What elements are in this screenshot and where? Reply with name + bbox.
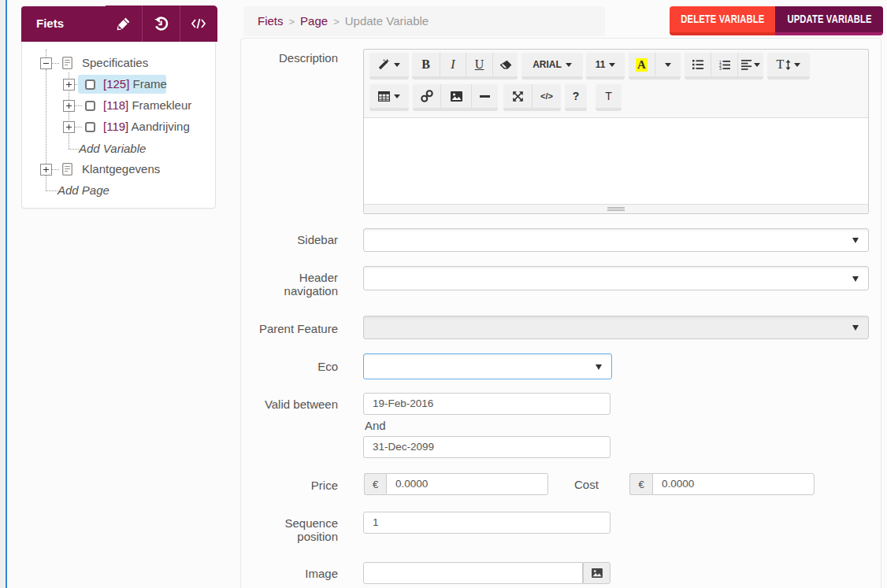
svg-text:3: 3 — [719, 66, 722, 70]
